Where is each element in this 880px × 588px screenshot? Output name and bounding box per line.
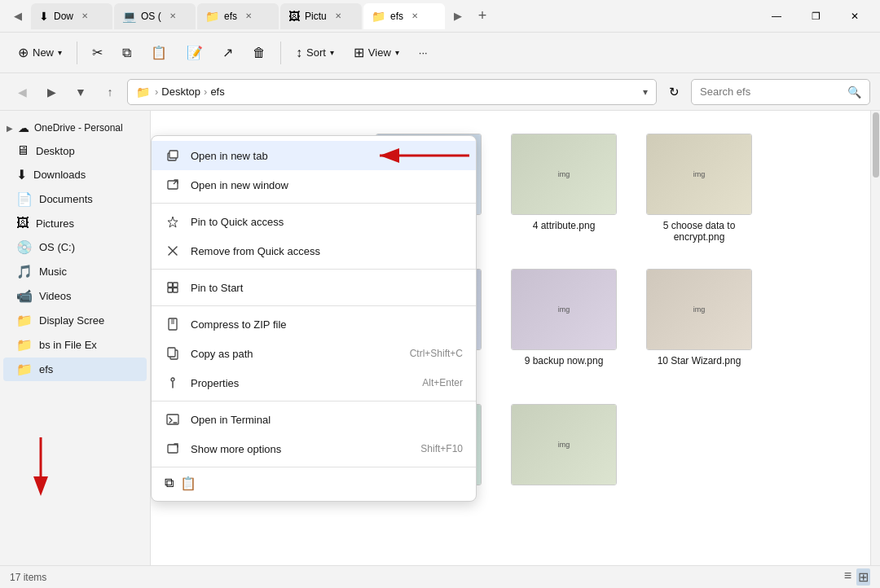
rename-button[interactable]: 📝 xyxy=(178,40,211,65)
close-button[interactable]: ✕ xyxy=(836,4,873,29)
svg-rect-1 xyxy=(169,151,178,158)
ctx-copy-icon[interactable]: ⧉ xyxy=(165,476,174,491)
list-view-icon[interactable]: ≡ xyxy=(844,568,851,586)
ctx-open-terminal[interactable]: Open in Terminal xyxy=(152,405,476,434)
tab-efs1[interactable]: 📁 efs ✕ xyxy=(197,3,279,29)
tab-next-btn[interactable]: ▶ xyxy=(447,5,469,28)
tab-prev-btn[interactable]: ◀ xyxy=(7,5,29,28)
scrollbar[interactable] xyxy=(870,111,880,565)
onedrive-cloud-icon: ☁ xyxy=(18,121,29,134)
view-icon: ⊞ xyxy=(354,45,364,60)
ctx-paste-icon[interactable]: 📋 xyxy=(180,476,196,491)
tab-downloads-close[interactable]: ✕ xyxy=(78,10,91,23)
sidebar-item-music[interactable]: 🎵 Music xyxy=(3,260,147,283)
sidebar-item-documents[interactable]: 📄 Documents xyxy=(3,187,147,211)
delete-button[interactable]: 🗑 xyxy=(244,41,274,65)
sidebar-item-efs-file-ex[interactable]: 📁 bs in File Ex xyxy=(3,333,147,357)
ctx-copy-path[interactable]: Copy as path Ctrl+Shift+C xyxy=(152,339,476,368)
sidebar-item-desktop-label: Desktop xyxy=(36,145,75,157)
ctx-open-new-window-label: Open in new window xyxy=(191,179,463,191)
back-button[interactable]: ◀ xyxy=(10,80,34,104)
sidebar-item-desktop[interactable]: 🖥 Desktop xyxy=(3,139,147,162)
ctx-remove-quick-access[interactable]: Remove from Quick access xyxy=(152,236,476,265)
tab-downloads[interactable]: ⬇ Dow ✕ xyxy=(31,3,112,29)
address-bar[interactable]: 📁 › Desktop › efs ▾ xyxy=(127,79,657,105)
sidebar-item-pictures[interactable]: 🖼 Pictures xyxy=(3,212,147,235)
item-count: 17 items xyxy=(10,572,46,583)
tab-pictures-close[interactable]: ✕ xyxy=(332,10,345,23)
search-input[interactable] xyxy=(700,86,843,98)
ctx-pin-quick-access-label: Pin to Quick access xyxy=(191,216,463,228)
sidebar-item-efs[interactable]: 📁 efs xyxy=(3,358,147,381)
ctx-pin-quick-access[interactable]: Pin to Quick access xyxy=(152,207,476,236)
maximize-button[interactable]: ❐ xyxy=(797,4,834,29)
displayscreen-icon: 📁 xyxy=(16,313,33,328)
ctx-properties[interactable]: Properties Alt+Enter xyxy=(152,368,476,397)
main-content: ▶ ☁ OneDrive - Personal 🖥 Desktop ⬇ Down… xyxy=(0,111,880,565)
tab-efs-active-label: efs xyxy=(390,11,403,22)
delete-icon: 🗑 xyxy=(253,46,266,60)
sidebar-item-videos[interactable]: 📹 Videos xyxy=(3,284,147,308)
sidebar-item-displayscreen[interactable]: 📁 Display Scree xyxy=(3,309,147,332)
search-icon[interactable]: 🔍 xyxy=(847,86,861,99)
new-button[interactable]: ⊕ New ▾ xyxy=(10,40,70,65)
cut-icon: ✂ xyxy=(92,45,103,60)
ctx-open-new-tab[interactable]: Open in new tab xyxy=(152,141,476,170)
ctx-show-more[interactable]: Show more options Shift+F10 xyxy=(152,434,476,463)
sidebar-item-os[interactable]: 💿 OS (C:) xyxy=(3,235,147,259)
more-button[interactable]: ··· xyxy=(411,42,436,64)
sidebar-item-videos-label: Videos xyxy=(39,290,72,302)
sidebar-item-downloads[interactable]: ⬇ Downloads xyxy=(3,163,147,186)
address-text: › Desktop › efs xyxy=(155,86,225,98)
forward-button[interactable]: ▶ xyxy=(39,80,64,104)
share-icon: ↗ xyxy=(222,45,233,60)
tab-pictures[interactable]: 🖼 Pictu ✕ xyxy=(280,3,362,29)
ctx-pin-start[interactable]: Pin to Start xyxy=(152,273,476,302)
ctx-show-more-shortcut: Shift+F10 xyxy=(420,443,463,454)
history-button[interactable]: ▼ xyxy=(68,80,93,104)
share-button[interactable]: ↗ xyxy=(214,40,241,65)
up-button[interactable]: ↑ xyxy=(98,80,122,104)
file-thumb-12: img xyxy=(511,404,617,485)
file-thumb-5choose: img xyxy=(646,134,752,215)
title-bar: ◀ ⬇ Dow ✕ 💻 OS ( ✕ 📁 efs ✕ 🖼 Pictu ✕ 📁 e… xyxy=(0,0,880,33)
sidebar-onedrive-section[interactable]: ▶ ☁ OneDrive - Personal xyxy=(0,117,150,138)
sort-label: Sort xyxy=(306,46,326,59)
refresh-button[interactable]: ↻ xyxy=(662,80,686,104)
tab-efs-active-close[interactable]: ✕ xyxy=(408,10,421,23)
address-efs: efs xyxy=(210,86,224,98)
minimize-button[interactable]: — xyxy=(758,4,795,29)
file-item-5choose[interactable]: img 5 choose data to encrypt.png xyxy=(638,127,760,249)
grid-view-icon[interactable]: ⊞ xyxy=(856,568,870,586)
search-bar[interactable]: 🔍 xyxy=(691,79,870,105)
tab-efs-active[interactable]: 📁 efs ✕ xyxy=(363,3,445,29)
file-item-4attribute[interactable]: img 4 attribute.png xyxy=(503,127,625,249)
more-label: ··· xyxy=(419,46,428,59)
ctx-pin-icon xyxy=(165,213,181,230)
address-chevron-icon[interactable]: ▾ xyxy=(643,86,648,98)
file-item-12[interactable]: img xyxy=(503,397,625,497)
view-button[interactable]: ⊞ View ▾ xyxy=(345,40,407,65)
ctx-open-new-window[interactable]: Open in new window xyxy=(152,170,476,200)
file-area[interactable]: img 3 encrypt data.png img 4 attribute.p… xyxy=(151,111,870,565)
copy-button[interactable]: ⧉ xyxy=(114,41,139,65)
window-controls: — ❐ ✕ xyxy=(758,4,873,29)
new-tab-button[interactable]: + xyxy=(471,5,494,28)
sort-button[interactable]: ↕ Sort ▾ xyxy=(288,41,342,65)
paste-button[interactable]: 📋 xyxy=(143,40,175,65)
documents-icon: 📄 xyxy=(16,191,33,207)
cut-button[interactable]: ✂ xyxy=(84,40,111,65)
scroll-thumb[interactable] xyxy=(873,112,879,178)
os-icon: 💿 xyxy=(16,239,33,255)
ctx-show-more-label: Show more options xyxy=(191,443,411,455)
tab-os-close[interactable]: ✕ xyxy=(166,10,179,23)
tab-efs1-close[interactable]: ✕ xyxy=(242,10,255,23)
file-item-10star[interactable]: img 10 Star Wizard.png xyxy=(638,262,760,384)
ctx-sep-1 xyxy=(152,203,476,204)
sort-dropdown-icon: ▾ xyxy=(330,48,334,57)
ctx-compress-zip[interactable]: Compress to ZIP file xyxy=(152,309,476,339)
onedrive-label: OneDrive - Personal xyxy=(34,122,123,134)
new-dropdown-icon: ▾ xyxy=(58,48,62,57)
tab-os[interactable]: 💻 OS ( ✕ xyxy=(114,3,196,29)
file-item-9backup[interactable]: img 9 backup now.png xyxy=(503,262,625,384)
